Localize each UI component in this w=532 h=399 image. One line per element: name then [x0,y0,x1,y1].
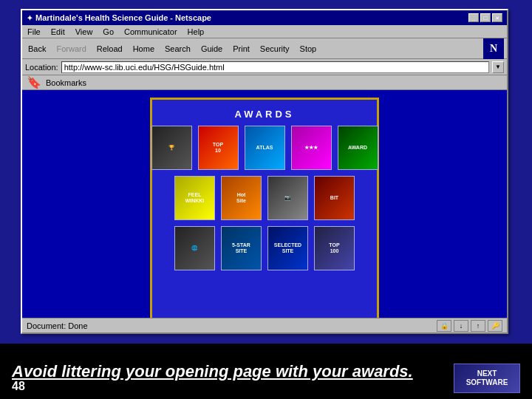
toolbar: Back Forward Reload Home Search Guide Pr… [22,38,507,59]
status-text: Document: Done [27,321,434,330]
menu-help[interactable]: Help [185,27,207,37]
award-badge-9: BIT [314,176,355,220]
award-badge-11: 5-STARSITE [221,226,262,270]
status-icon-2: ↓ [454,320,468,332]
netscape-icon: N [483,38,504,59]
reload-button[interactable]: Reload [94,43,126,55]
logo-text: NEXTSOFTWARE [466,369,508,387]
status-icon-4: 🔑 [488,320,502,332]
awards-row-2: FEELWINKKI HotSite 📷 BIT [174,176,355,220]
award-badge-1: 🏆 [151,126,192,170]
address-bar: Location: ▼ [22,59,507,75]
awards-grid: 🏆 TOP10 ATLAS ★★★ AWARD [161,126,368,270]
award-badge-12: SELECTEDSITE [267,226,308,270]
status-icon-3: ↑ [471,320,485,332]
bookmarks-icon: 🔖 [27,75,41,89]
minimize-button[interactable]: _ [468,13,479,22]
status-bar: Document: Done 🔒 ↓ ↑ 🔑 [22,318,507,332]
status-icon-1: 🔒 [437,320,451,332]
back-button[interactable]: Back [25,43,49,55]
menu-bar: File Edit View Go Communicator Help [22,25,507,38]
browser-window: ✦ Martindale's Health Science Guide - Ne… [21,9,508,334]
status-icons: 🔒 ↓ ↑ 🔑 [437,320,502,332]
close-button[interactable]: × [492,13,502,22]
title-bar-left: ✦ Martindale's Health Science Guide - Ne… [27,13,211,22]
award-badge-7: HotSite [221,176,262,220]
stop-button[interactable]: Stop [297,43,320,55]
award-badge-8: 📷 [267,176,308,220]
awards-row-1: 🏆 TOP10 ATLAS ★★★ AWARD [151,126,378,170]
forward-button[interactable]: Forward [53,43,89,55]
bookmarks-bar: 🔖 Bookmarks [22,75,507,90]
menu-go[interactable]: Go [100,27,116,37]
security-button[interactable]: Security [257,43,293,55]
award-badge-6: FEELWINKKI [174,176,215,220]
award-badge-13: TOP100 [314,226,355,270]
slide-number: 48 [12,380,25,393]
web-content: AWARDS 🏆 TOP10 ATLAS [22,90,507,318]
menu-edit[interactable]: Edit [49,27,67,37]
slide-background: { "browser": { "title": "Martindale's He… [0,0,532,399]
menu-file[interactable]: File [25,27,43,37]
awards-card: AWARDS 🏆 TOP10 ATLAS [150,98,379,318]
address-input[interactable] [61,61,489,73]
caption-area: Avoid littering your opening page with y… [0,344,532,399]
title-bar: ✦ Martindale's Health Science Guide - Ne… [22,10,507,25]
menu-view[interactable]: View [73,27,95,37]
menu-communicator[interactable]: Communicator [122,27,180,37]
home-button[interactable]: Home [130,43,157,55]
awards-row-3: 🌐 5-STARSITE SELECTEDSITE TOP100 [174,226,355,270]
awards-title: AWARDS [234,109,294,120]
bookmarks-label[interactable]: Bookmarks [46,78,86,87]
guide-button[interactable]: Guide [198,43,225,55]
award-badge-4: ★★★ [291,126,332,170]
browser-title: Martindale's Health Science Guide - Nets… [35,13,211,22]
address-label: Location: [25,63,58,72]
award-badge-2: TOP10 [198,126,239,170]
browser-app-icon: ✦ [27,14,33,22]
award-badge-10: 🌐 [174,226,215,270]
caption-text: Avoid littering your opening page with y… [12,362,413,381]
logo-area: NEXTSOFTWARE [454,364,520,393]
award-badge-3: ATLAS [245,126,285,170]
print-button[interactable]: Print [230,43,253,55]
maximize-button[interactable]: □ [480,13,491,22]
title-bar-buttons: _ □ × [468,13,502,22]
award-badge-5: AWARD [338,126,378,170]
address-dropdown-button[interactable]: ▼ [492,61,504,73]
search-button[interactable]: Search [162,43,194,55]
